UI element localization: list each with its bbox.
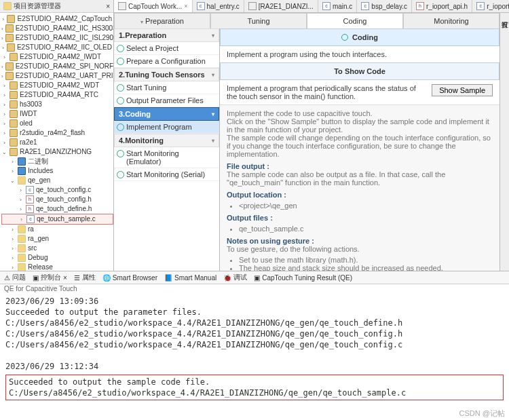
h-file-icon: h	[416, 2, 424, 10]
tree-proj[interactable]: ›E2STUDIO_RA4MA_RTC	[1, 90, 113, 100]
list-item: Set to use the math library (math.h).	[239, 256, 493, 264]
tab-properties[interactable]: ☰ 属性	[74, 273, 96, 282]
tree-file-h[interactable]: ›hqe_touch_config.h	[1, 195, 113, 204]
label-output-files: Output files :	[227, 214, 493, 222]
content-text: Implement the code to use capacitive tou…	[227, 109, 493, 117]
tab-file[interactable]: chal_entry.c	[193, 0, 244, 12]
step-start-tuning[interactable]: Start Tuning	[114, 81, 219, 94]
tree-proj[interactable]: ›E2STUDIO_RA4M2_SPI_NORFLASH	[1, 62, 113, 71]
file-icon	[118, 2, 126, 10]
console-title: QE for Capacitive Touch	[0, 284, 509, 293]
tree-folder[interactable]: ›二进制	[1, 157, 113, 166]
c-file-icon: c	[361, 2, 369, 10]
tab-file[interactable]: cr_ioport.c	[472, 0, 509, 12]
tree-proj[interactable]: ›E2STUDIO_RA4M2_WDT	[1, 81, 113, 90]
content-text: To use gesture, do the following actions…	[227, 245, 493, 253]
tree-proj-open[interactable]: ⌄RA2E1_DIANZIZHONG	[1, 147, 113, 157]
content-text: The sample code will change depending on…	[227, 134, 493, 158]
project-tree[interactable]: ›E2STUDIO_RA4M2_CapTouch ›E2STUDIO_RA4M2…	[0, 13, 113, 271]
tab-problems[interactable]: ⚠ 问题	[4, 273, 26, 282]
step-monitor-emulator[interactable]: Start Monitoring (Emulator)	[114, 147, 219, 168]
tree-proj[interactable]: ›E2STUDIO_RA4M2_IWDT	[1, 52, 113, 62]
content-heading: Coding	[220, 28, 499, 46]
tree-folder[interactable]: ›Debug	[1, 253, 113, 263]
tab-file[interactable]: [RA2E1_DIANZI...	[244, 0, 318, 12]
tab-captouch[interactable]: CapTouch Work...×	[114, 0, 193, 13]
content-subheading: To Show Code	[220, 62, 499, 80]
content-text: The sample code can also be output as a …	[227, 170, 493, 187]
tree-proj[interactable]: ›E2STUDIO_RA4M2_IIC_OLED	[1, 43, 113, 52]
section-coding[interactable]: 3.Coding▾	[114, 107, 219, 121]
close-icon[interactable]: ×	[184, 3, 187, 9]
tree-file-c[interactable]: ›cqe_touch_config.c	[1, 185, 113, 195]
label-notes-gesture: Notes on using gesture :	[227, 237, 493, 245]
tab-console[interactable]: ▣ 控制台 ×	[33, 273, 67, 282]
tree-proj[interactable]: ›IWDT	[1, 109, 113, 119]
c-file-icon: c	[322, 2, 331, 10]
log-line: C:/Users/a8456/e2_studio/workspace_4.4/R…	[5, 328, 504, 339]
tree-folder[interactable]: ›ra_gen	[1, 234, 113, 244]
bottom-view-tabs: ⚠ 问题 ▣ 控制台 × ☰ 属性 🌐 Smart Browser 📘 Smar…	[0, 271, 509, 284]
tree-file-h[interactable]: ›hqe_touch_define.h	[1, 204, 113, 214]
step-select-project[interactable]: Select a Project	[114, 42, 219, 55]
log-line: C:/Users/a8456/e2_studio/workspace_4.4/R…	[9, 387, 500, 398]
show-sample-button[interactable]: Show Sample	[432, 84, 493, 96]
wiztab-coding[interactable]: Coding	[307, 13, 403, 28]
tree-file-c-selected[interactable]: ›cqe_touch_sample.c	[1, 214, 113, 225]
tree-proj[interactable]: ›E2STUDIO_RA4M2_UART_PRINTF	[1, 71, 113, 81]
tab-file[interactable]: cmain.c	[318, 0, 357, 12]
tab-file[interactable]: cbsp_delay.c	[357, 0, 412, 12]
tree-proj[interactable]: ›r2studio_ra4m2_flash	[1, 128, 113, 138]
step-prepare-config[interactable]: Prepare a Configuration	[114, 55, 219, 68]
tree-folder-open[interactable]: ⌄qe_gen	[1, 176, 113, 185]
explorer-title-bar: 项目资源管理器 ×	[0, 0, 113, 13]
folder-icon	[3, 2, 12, 10]
wiztab-preparation[interactable]: ▾ Preparation	[114, 13, 210, 28]
editor-area: CapTouch Work...× chal_entry.c [RA2E1_DI…	[114, 0, 509, 271]
section-monitoring[interactable]: 4.Monitoring▾	[114, 134, 219, 147]
tab-debug[interactable]: 🐞 调试	[223, 273, 247, 282]
tab-file[interactable]: hr_ioport_api.h	[412, 0, 472, 12]
tree-proj[interactable]: ›E2STUDIO_RA4M2_IIC_ISL29035	[1, 33, 113, 43]
wizard-steps: 1.Preparation▾ Select a Project Prepare …	[114, 28, 220, 271]
highlighted-log: Succeeded to output the sample code file…	[5, 375, 504, 400]
editor-tabs: CapTouch Work...× chal_entry.c [RA2E1_DI…	[114, 0, 509, 13]
tree-folder[interactable]: ›Includes	[1, 166, 113, 176]
section-tuning[interactable]: 2.Tuning Touch Sensors▾	[114, 68, 219, 81]
step-monitor-serial[interactable]: Start Monitoring (Serial)	[114, 168, 219, 181]
close-icon[interactable]: ×	[106, 3, 110, 10]
tree-proj[interactable]: ›E2STUDIO_RA4M2_IIC_HS3003	[1, 24, 113, 33]
tree-proj[interactable]: ›ra2e1	[1, 138, 113, 147]
c-file-icon: c	[197, 2, 205, 10]
tree-folder[interactable]: ›ra	[1, 225, 113, 234]
wiztab-monitoring[interactable]: Monitoring	[403, 13, 499, 28]
label-file-output: File output :	[227, 162, 493, 170]
tree-proj[interactable]: ›hs3003	[1, 100, 113, 109]
log-line: C:/Users/a8456/e2_studio/workspace_4.4/R…	[5, 339, 504, 350]
tree-folder[interactable]: ›Release	[1, 263, 113, 271]
tree-proj[interactable]: ›E2STUDIO_RA4M2_CapTouch	[1, 14, 113, 24]
file-icon	[248, 2, 257, 10]
list-item: The heap size and stack size should be i…	[239, 264, 493, 271]
tab-tuning-result[interactable]: ▣ CapTouch Tuning Result (QE)	[254, 273, 352, 282]
wiztab-tuning[interactable]: Tuning	[210, 13, 307, 28]
c-file-icon: c	[476, 2, 485, 10]
label-output-location: Output location :	[227, 191, 493, 199]
list-item: qe_touch_sample.c	[239, 225, 493, 233]
tree-folder[interactable]: ›src	[1, 244, 113, 253]
log-line: C:/Users/a8456/e2_studio/workspace_4.4/R…	[5, 318, 504, 328]
tab-smart-manual[interactable]: 📘 Smart Manual	[164, 273, 216, 282]
log-line: Succeeded to output the parameter files.	[5, 307, 504, 318]
collapsed-panel[interactable]: 没有打	[499, 13, 509, 271]
tab-smart-browser[interactable]: 🌐 Smart Browser	[102, 273, 157, 282]
step-implement-program[interactable]: Implement Program	[114, 121, 219, 134]
wizard-phase-tabs: ▾ Preparation Tuning Coding Monitoring	[114, 13, 499, 28]
console-output[interactable]: 2023/06/29 13:09:36 Succeeded to output …	[0, 293, 509, 403]
step-output-params[interactable]: Output Parameter Files	[114, 94, 219, 107]
project-explorer: 项目资源管理器 × ›E2STUDIO_RA4M2_CapTouch ›E2ST…	[0, 0, 114, 271]
section-preparation[interactable]: 1.Preparation▾	[114, 28, 219, 42]
tree-proj[interactable]: ›oled	[1, 119, 113, 128]
content-text: Implement a program that periodically sc…	[227, 84, 426, 100]
list-item: <project>\qe_gen	[239, 202, 493, 210]
content-text: Click on the "Show Sample" button to dis…	[227, 117, 493, 134]
